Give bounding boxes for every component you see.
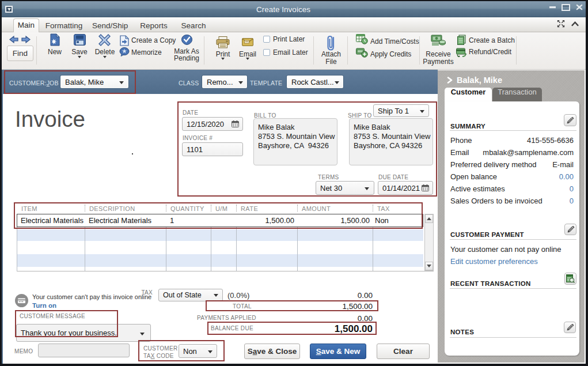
recent-transaction-report-button[interactable] (564, 273, 576, 285)
save-icon[interactable] (74, 34, 86, 46)
column-divider[interactable] (85, 205, 85, 212)
delete-dropdown-caret[interactable] (103, 56, 107, 58)
turn-on-link[interactable]: Turn on (32, 302, 56, 309)
tab-search[interactable]: Search (180, 19, 207, 32)
memo-input[interactable] (38, 344, 130, 357)
column-divider[interactable] (297, 205, 298, 212)
apply-credits-button[interactable]: Apply Credits (370, 50, 411, 58)
create-copy-button[interactable]: Create a Copy (131, 36, 176, 44)
print-button[interactable]: Print (216, 50, 230, 58)
bill-to-box[interactable]: Mike Balak 8753 S. Mountain View Bayshor… (253, 118, 337, 165)
panel-tab-transaction[interactable]: Transaction (492, 88, 542, 101)
tab-main[interactable]: Main (13, 18, 39, 32)
table-scrollbar[interactable] (424, 214, 434, 271)
customer-job-dropdown[interactable]: Balak, Mike (60, 75, 129, 89)
cell-rate[interactable]: 1,500.00 (237, 214, 294, 227)
summary-value-link[interactable]: 0 (570, 195, 574, 207)
email-dropdown-caret[interactable] (246, 58, 249, 60)
customer-tax-code-dropdown[interactable]: Non (179, 344, 217, 358)
refund-credit-button[interactable]: Refund/Credit (469, 48, 511, 56)
memorize-icon[interactable] (119, 47, 130, 56)
table-empty-row[interactable] (17, 267, 423, 271)
edit-customer-preferences-link[interactable]: Edit customer preferences (450, 257, 538, 266)
save-new-button[interactable]: Save & New (310, 344, 366, 359)
find-button[interactable]: Find (7, 46, 33, 61)
edit-summary-button[interactable] (564, 114, 576, 126)
email-icon[interactable] (242, 38, 253, 46)
delete-icon[interactable] (98, 34, 111, 46)
tab-reports[interactable]: Reports (139, 19, 168, 32)
close-button[interactable] (575, 3, 586, 13)
maximize-button[interactable] (560, 3, 571, 13)
template-dropdown[interactable]: Rock Castl... (286, 75, 344, 89)
scrollbar-down-button[interactable] (425, 262, 433, 270)
expand-window-icon[interactable] (557, 20, 565, 28)
print-icon[interactable] (216, 36, 230, 48)
save-dropdown-caret[interactable] (78, 56, 81, 58)
column-divider[interactable] (373, 205, 373, 212)
invoice-number-field[interactable]: 1101 (182, 142, 243, 156)
add-time-costs-icon[interactable] (356, 34, 368, 44)
cell-description[interactable]: Electrical Materials (89, 214, 166, 227)
print-later-label[interactable]: Print Later (273, 35, 305, 43)
date-field[interactable]: 12/15/2020 (182, 117, 243, 131)
edit-customer-payment-button[interactable] (564, 224, 576, 235)
minimize-button[interactable] (547, 4, 558, 14)
delete-button[interactable]: Delete (95, 48, 115, 56)
edit-notes-button[interactable] (564, 322, 576, 333)
collapse-ribbon-icon[interactable] (571, 21, 579, 27)
mark-pending-icon[interactable] (181, 35, 192, 45)
email-later-label[interactable]: Email Later (273, 48, 308, 56)
terms-dropdown[interactable]: Net 30 (316, 181, 374, 195)
attach-file-button[interactable]: Attach (321, 50, 341, 58)
tax-dropdown[interactable]: Out of State (158, 289, 223, 301)
apply-credits-icon[interactable] (356, 47, 368, 58)
new-invoice-icon[interactable] (50, 33, 60, 46)
ship-to-dropdown[interactable]: Ship To 1 (373, 104, 429, 117)
cell-amount[interactable]: 1,500.00 (298, 214, 370, 227)
column-divider[interactable] (211, 205, 211, 212)
refund-credit-icon[interactable] (456, 48, 467, 57)
print-dropdown-caret[interactable] (221, 58, 225, 60)
scrollbar-up-button[interactable] (425, 214, 433, 223)
table-empty-row[interactable] (17, 241, 423, 254)
summary-value-link[interactable]: 0 (570, 183, 574, 195)
panel-tab-customer[interactable]: Customer (445, 88, 492, 101)
summary-value-link[interactable]: 0.00 (559, 171, 574, 183)
cell-tax[interactable]: Non (375, 214, 421, 227)
calendar-icon[interactable] (232, 120, 239, 127)
email-button[interactable]: Email (239, 50, 256, 58)
save-close-button[interactable]: Save & Close (244, 344, 300, 359)
forward-arrow-icon[interactable] (21, 36, 31, 43)
ship-to-box[interactable]: Mike Balak 8753 S. Mountain View Bayshor… (349, 118, 433, 165)
create-batch-button[interactable]: Create a Batch (469, 36, 515, 44)
back-arrow-icon[interactable] (9, 36, 18, 43)
new-button[interactable]: New (48, 48, 62, 56)
table-row[interactable]: Electrical Materials Electrical Material… (17, 214, 423, 227)
window-menu-icon[interactable] (5, 6, 13, 13)
save-button[interactable]: Save (71, 48, 87, 56)
memorize-button[interactable]: Memorize (131, 48, 162, 56)
column-divider[interactable] (166, 205, 166, 212)
attach-file-icon[interactable] (326, 34, 336, 51)
add-time-costs-button[interactable]: Add Time/Costs (370, 37, 419, 46)
column-divider[interactable] (236, 205, 237, 212)
tab-formatting[interactable]: Formatting (44, 19, 84, 32)
create-batch-icon[interactable] (457, 35, 467, 45)
table-empty-row[interactable] (17, 229, 423, 241)
receive-payments-icon[interactable] (431, 34, 446, 47)
receive-payments-button[interactable]: Receive (426, 50, 450, 58)
customer-message-dropdown[interactable]: Thank you for your business. (16, 324, 151, 342)
calendar-icon[interactable] (422, 184, 429, 191)
email-later-checkbox[interactable] (263, 49, 270, 56)
create-copy-icon[interactable] (120, 35, 129, 46)
due-date-field[interactable]: 01/14/2021 (378, 181, 433, 195)
tab-send-ship[interactable]: Send/Ship (92, 19, 128, 32)
class-dropdown[interactable]: Remo... (202, 75, 248, 89)
clear-button[interactable]: Clear (377, 344, 430, 359)
cell-quantity[interactable]: 1 (170, 214, 211, 227)
cell-item[interactable]: Electrical Materials (21, 214, 85, 227)
table-empty-row[interactable] (17, 254, 423, 267)
print-later-checkbox[interactable] (263, 36, 270, 43)
cell-um[interactable] (212, 214, 236, 227)
